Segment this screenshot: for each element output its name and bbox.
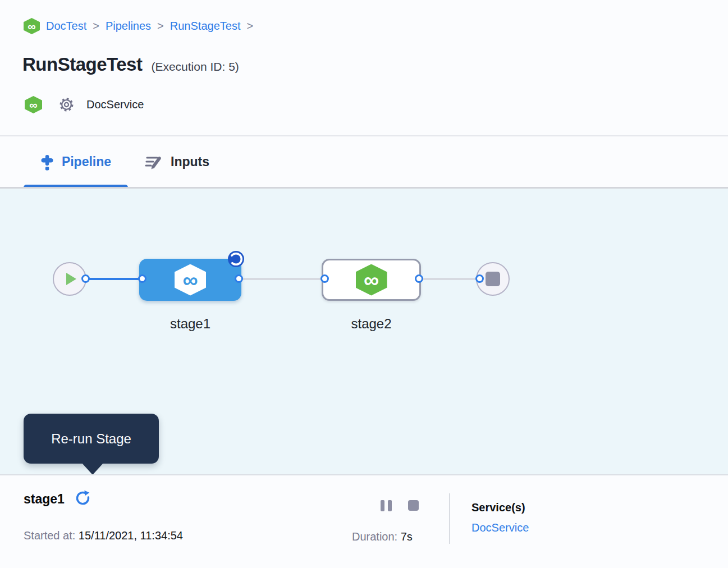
footer-stage-row: stage1 — [24, 490, 92, 508]
connector-dot — [138, 274, 146, 283]
stage-node-stage2[interactable]: ∞ — [322, 259, 421, 301]
rerun-stage-tooltip: Re-run Stage — [24, 414, 159, 464]
pipeline-execution-page: ∞ DocTest > Pipelines > RunStageTest > R… — [0, 0, 728, 568]
stop-stage-button[interactable] — [408, 500, 419, 511]
footer-divider — [449, 493, 450, 544]
stage-node-stage1[interactable]: ∞ — [139, 259, 241, 301]
page-title: RunStageTest — [22, 54, 142, 75]
harness-stage-icon: ∞ — [356, 264, 387, 296]
duration-label: Duration: — [352, 530, 397, 543]
harness-logo-icon: ∞ — [24, 18, 40, 34]
services-label: Service(s) — [471, 501, 525, 514]
stage1-label: stage1 — [139, 316, 241, 332]
service-link[interactable]: DocService — [471, 521, 529, 534]
execution-id: (Execution ID: 5) — [151, 60, 239, 74]
tab-inputs[interactable]: Inputs — [145, 136, 209, 187]
pipeline-icon — [40, 154, 54, 171]
connector-dot — [320, 274, 329, 283]
rerun-icon — [74, 490, 92, 508]
page-header: ∞ DocTest > Pipelines > RunStageTest > R… — [0, 0, 728, 136]
inputs-icon — [145, 154, 163, 170]
pipeline-canvas: ∞ ∞ stage1 stage2 Re-run Sta — [0, 189, 728, 474]
stage-details-footer: stage1 Started at: 15/11/2021, 11:34:54 … — [0, 474, 728, 568]
edge-start-to-stage1 — [85, 278, 142, 280]
tab-bar: Pipeline Inputs — [0, 136, 728, 187]
rerun-stage-button[interactable] — [74, 490, 92, 508]
breadcrumb-separator: > — [246, 20, 253, 33]
duration: Duration: 7s — [352, 530, 413, 543]
connector-dot — [415, 274, 423, 283]
connector-dot — [81, 274, 90, 283]
started-at-label: Started at: — [24, 529, 75, 542]
tab-inputs-label: Inputs — [171, 154, 209, 170]
gear-icon — [59, 97, 74, 112]
breadcrumb-link-project[interactable]: DocTest — [46, 20, 86, 33]
edge-stage1-to-stage2 — [239, 278, 324, 280]
stop-icon — [408, 500, 419, 511]
connector-dot — [235, 274, 243, 283]
breadcrumb-link-pipelines[interactable]: Pipelines — [106, 20, 151, 33]
pause-stage-button[interactable] — [381, 500, 392, 511]
title-row: RunStageTest (Execution ID: 5) — [22, 54, 239, 75]
breadcrumb-separator: > — [157, 20, 164, 33]
harness-logo-icon: ∞ — [25, 96, 42, 113]
breadcrumb: ∞ DocTest > Pipelines > RunStageTest > — [24, 18, 253, 34]
breadcrumb-separator: > — [93, 20, 99, 33]
edge-stage2-to-end — [419, 278, 479, 280]
play-icon — [66, 273, 76, 285]
stop-icon — [486, 272, 500, 286]
pause-icon — [388, 500, 392, 511]
pause-icon — [381, 500, 384, 511]
harness-stage-icon: ∞ — [175, 264, 206, 296]
started-at-value: 15/11/2021, 11:34:54 — [75, 529, 183, 542]
tab-pipeline[interactable]: Pipeline — [24, 136, 128, 187]
service-row: ∞ DocService — [25, 96, 144, 113]
connector-dot — [475, 274, 484, 283]
tooltip-label: Re-run Stage — [51, 431, 131, 447]
tooltip-arrow — [81, 462, 104, 475]
stage2-label: stage2 — [322, 316, 421, 332]
service-name-label: DocService — [86, 98, 144, 111]
duration-value: 7s — [397, 530, 413, 543]
tab-pipeline-label: Pipeline — [62, 154, 111, 170]
footer-stage-name: stage1 — [24, 492, 65, 507]
breadcrumb-link-pipeline-name[interactable]: RunStageTest — [170, 20, 241, 33]
started-at: Started at: 15/11/2021, 11:34:54 — [24, 529, 183, 542]
running-spinner-icon — [227, 250, 245, 268]
